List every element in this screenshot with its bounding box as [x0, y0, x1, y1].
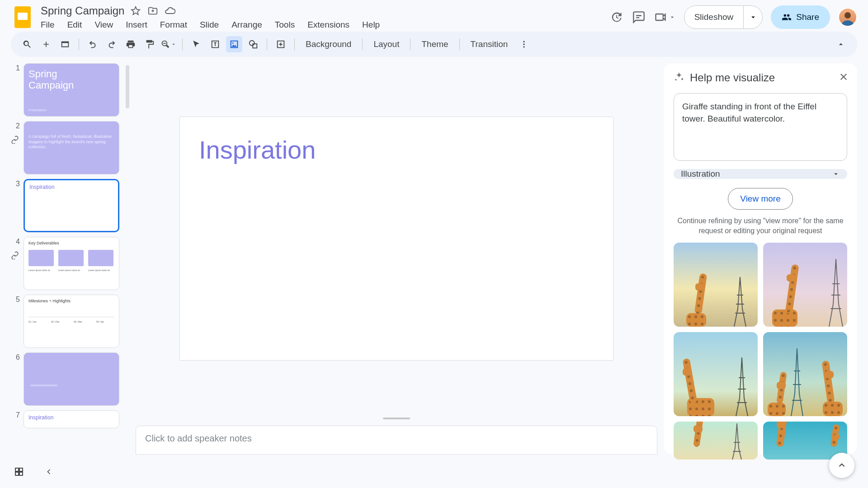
- help-me-visualize-panel: Help me visualize Giraffe standing in fr…: [664, 63, 857, 455]
- history-icon[interactable]: [609, 10, 623, 24]
- layout-button[interactable]: Layout: [368, 39, 405, 49]
- slideshow-dropdown[interactable]: [743, 6, 762, 28]
- svg-point-5: [524, 46, 525, 47]
- slideshow-split-button: Slideshow: [684, 5, 763, 29]
- svg-rect-2: [253, 44, 257, 48]
- slides-logo[interactable]: [11, 5, 34, 29]
- menu-format[interactable]: Format: [160, 20, 187, 30]
- slide-canvas[interactable]: Inspiration: [179, 117, 613, 361]
- thumb-title: Spring Campaign: [28, 68, 74, 91]
- background-button[interactable]: Background: [300, 39, 357, 49]
- menu-slide[interactable]: Slide: [200, 20, 219, 30]
- transition-button[interactable]: Transition: [465, 39, 514, 49]
- slide-number: 4: [11, 237, 20, 246]
- slide-thumb-6[interactable]: [24, 352, 119, 406]
- editor-area: Inspiration Click to add speaker notes: [136, 63, 657, 455]
- slide-number: 3: [11, 179, 20, 188]
- star-icon[interactable]: [130, 5, 142, 17]
- collapse-filmstrip-button[interactable]: [41, 464, 57, 480]
- sparkle-icon: [674, 71, 684, 84]
- slide-thumb-4[interactable]: Key Deliverables Lorem ipsum dolor sitLo…: [24, 237, 119, 290]
- shape-tool[interactable]: [245, 36, 261, 52]
- refine-hint: Continue refining by using "view more" f…: [674, 216, 847, 235]
- theme-button[interactable]: Theme: [416, 39, 453, 49]
- thumb-title: Inspiration: [28, 414, 53, 421]
- generated-image-6[interactable]: [763, 422, 847, 460]
- insert-comment-tool[interactable]: [273, 36, 289, 52]
- thumb-title: Inspiration: [29, 184, 54, 190]
- scroll-to-top-button[interactable]: [829, 453, 854, 478]
- move-icon[interactable]: [147, 5, 159, 17]
- paint-format-button[interactable]: [142, 36, 158, 52]
- style-value: Illustration: [681, 169, 720, 179]
- image-tool[interactable]: [226, 36, 242, 52]
- style-dropdown[interactable]: Illustration: [674, 169, 847, 179]
- slide-number: 2: [11, 121, 20, 130]
- panel-title: Help me visualize: [690, 71, 775, 84]
- notes-resize-handle[interactable]: [136, 414, 657, 423]
- slide-title-text[interactable]: Inspiration: [199, 135, 316, 164]
- new-slide-with-layout-button[interactable]: [57, 36, 73, 52]
- toolbar: Background Layout Theme Transition: [11, 32, 857, 57]
- app-header: Spring Campaign File Edit View Insert Fo…: [0, 0, 868, 30]
- speaker-notes[interactable]: Click to add speaker notes: [136, 426, 657, 455]
- menu-file[interactable]: File: [41, 20, 55, 30]
- thumb-title: Milestones + Highlights: [28, 299, 71, 303]
- close-icon[interactable]: [838, 71, 849, 84]
- cloud-status-icon[interactable]: [164, 5, 176, 17]
- document-title[interactable]: Spring Campaign: [41, 5, 124, 17]
- prompt-input[interactable]: Giraffe standing in front of the Eiffel …: [674, 93, 847, 161]
- menu-help[interactable]: Help: [362, 20, 380, 30]
- thumb-title: Key Deliverables: [28, 241, 59, 245]
- redo-button[interactable]: [104, 36, 120, 52]
- new-slide-button[interactable]: [38, 36, 54, 52]
- comments-icon[interactable]: [632, 10, 646, 24]
- menu-arrange[interactable]: Arrange: [231, 20, 262, 30]
- slide-number: 7: [11, 410, 20, 419]
- menu-edit[interactable]: Edit: [67, 20, 82, 30]
- slide-thumb-5[interactable]: Milestones + Highlights 01 / Jan02 / Feb…: [24, 295, 119, 348]
- slide-number: 6: [11, 352, 20, 361]
- menu-insert[interactable]: Insert: [126, 20, 147, 30]
- filmstrip[interactable]: 1 Spring Campaign Presentation 2 A campa…: [11, 63, 129, 455]
- generated-image-4[interactable]: [763, 332, 847, 416]
- menu-extensions[interactable]: Extensions: [307, 20, 349, 30]
- print-button[interactable]: [123, 36, 139, 52]
- generated-images-grid: [674, 243, 847, 460]
- menu-bar: File Edit View Insert Format Slide Arran…: [41, 18, 603, 30]
- chevron-down-icon: [171, 42, 176, 47]
- link-icon: [11, 136, 19, 145]
- menu-tools[interactable]: Tools: [275, 20, 295, 30]
- svg-point-4: [524, 43, 525, 45]
- generated-image-2[interactable]: [763, 243, 847, 327]
- share-label: Share: [796, 12, 819, 22]
- view-more-button[interactable]: View more: [728, 188, 793, 210]
- collapse-toolbar-button[interactable]: [833, 36, 849, 52]
- select-tool[interactable]: [188, 36, 204, 52]
- slide-thumb-7[interactable]: Inspiration: [24, 410, 119, 428]
- slideshow-button[interactable]: Slideshow: [684, 6, 744, 28]
- chevron-down-icon: [749, 13, 757, 21]
- svg-point-3: [524, 41, 525, 42]
- slide-number: 1: [11, 63, 20, 72]
- zoom-button[interactable]: [160, 36, 177, 52]
- textbox-tool[interactable]: [207, 36, 223, 52]
- menu-view[interactable]: View: [94, 20, 113, 30]
- slide-thumb-3[interactable]: Inspiration: [24, 179, 119, 232]
- link-icon: [11, 251, 19, 261]
- slide-thumb-2[interactable]: A campaign full of fresh, fantastical, i…: [24, 121, 119, 174]
- generated-image-5[interactable]: [674, 422, 758, 460]
- share-button[interactable]: Share: [771, 5, 830, 29]
- slide-thumb-1[interactable]: Spring Campaign Presentation: [24, 63, 119, 117]
- account-avatar[interactable]: [838, 8, 857, 27]
- search-menus-button[interactable]: [19, 36, 35, 52]
- slide-number: 5: [11, 295, 20, 304]
- thumb-subtitle: Presentation: [28, 108, 46, 112]
- more-tools-button[interactable]: [516, 36, 532, 52]
- chevron-down-icon: [669, 14, 676, 21]
- generated-image-3[interactable]: [674, 332, 758, 416]
- meet-button[interactable]: [654, 11, 676, 23]
- generated-image-1[interactable]: [674, 243, 758, 327]
- undo-button[interactable]: [85, 36, 101, 52]
- grid-view-button[interactable]: [11, 464, 27, 480]
